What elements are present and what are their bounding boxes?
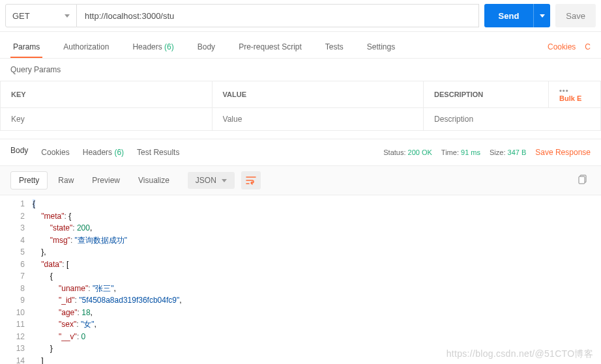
tab-headers[interactable]: Headers (6) xyxy=(130,37,176,58)
resp-tab-tests[interactable]: Test Results xyxy=(137,148,179,157)
resp-tab-body[interactable]: Body xyxy=(10,146,28,159)
svg-rect-1 xyxy=(579,176,585,184)
method-value: GET xyxy=(12,11,30,21)
view-controls: Pretty Raw Preview Visualize JSON xyxy=(0,166,601,195)
watermark: https://blog.csdn.net/@51CTO博客 xyxy=(447,348,593,360)
cookies-link[interactable]: Cookies xyxy=(548,42,576,53)
time-value: 91 ms xyxy=(461,148,480,156)
col-key: KEY xyxy=(1,81,213,108)
send-group: Send xyxy=(484,4,551,27)
value-input[interactable] xyxy=(213,108,424,130)
send-dropdown[interactable] xyxy=(533,4,550,27)
bulk-edit-link[interactable]: Bulk E xyxy=(559,94,581,102)
table-row xyxy=(1,108,601,131)
tab-settings[interactable]: Settings xyxy=(364,37,398,58)
chevron-down-icon xyxy=(222,179,227,182)
key-input[interactable] xyxy=(1,108,212,130)
code-link[interactable]: C xyxy=(585,42,591,53)
copy-icon[interactable] xyxy=(576,172,591,189)
request-bar: GET Send Save xyxy=(0,0,601,32)
status-value: 200 OK xyxy=(408,148,432,156)
response-body: 123456789101112131415 { "meta": { "state… xyxy=(0,195,601,364)
format-select[interactable]: JSON xyxy=(188,172,235,189)
resp-tab-headers[interactable]: Headers (6) xyxy=(83,148,124,157)
http-method-select[interactable]: GET xyxy=(5,4,77,27)
chevron-down-icon xyxy=(65,14,70,18)
col-actions: ••• Bulk E xyxy=(549,81,601,108)
description-input[interactable] xyxy=(424,108,600,130)
save-response-button[interactable]: Save Response xyxy=(535,148,591,157)
response-meta: Status: 200 OK Time: 91 ms Size: 347 B S… xyxy=(383,148,591,157)
view-preview[interactable]: Preview xyxy=(84,172,128,189)
tab-tests[interactable]: Tests xyxy=(323,37,346,58)
response-tabs: Body Cookies Headers (6) Test Results St… xyxy=(0,139,601,166)
col-description: DESCRIPTION xyxy=(424,81,549,108)
more-icon[interactable]: ••• xyxy=(559,87,569,94)
tab-prerequest[interactable]: Pre-request Script xyxy=(236,37,304,58)
tab-authorization[interactable]: Authorization xyxy=(61,37,111,58)
chevron-down-icon xyxy=(540,14,545,18)
size-value: 347 B xyxy=(508,148,527,156)
view-visualize[interactable]: Visualize xyxy=(130,172,177,189)
json-code[interactable]: { "meta": { "state": 200, "msg": "查询数据成功… xyxy=(33,198,601,364)
view-pretty[interactable]: Pretty xyxy=(10,171,48,189)
query-params-title: Query Params xyxy=(0,59,601,81)
url-input[interactable] xyxy=(77,4,479,27)
save-button[interactable]: Save xyxy=(555,4,596,27)
line-gutter: 123456789101112131415 xyxy=(0,198,33,364)
wrap-icon[interactable] xyxy=(241,171,261,189)
request-tabs: Params Authorization Headers (6) Body Pr… xyxy=(0,32,601,59)
query-params-table: KEY VALUE DESCRIPTION ••• Bulk E xyxy=(0,81,601,131)
tab-params[interactable]: Params xyxy=(10,37,42,58)
resp-tab-cookies[interactable]: Cookies xyxy=(41,148,69,157)
send-button[interactable]: Send xyxy=(484,4,534,27)
view-raw[interactable]: Raw xyxy=(50,172,81,189)
col-value: VALUE xyxy=(212,81,424,108)
tab-body[interactable]: Body xyxy=(195,37,218,58)
